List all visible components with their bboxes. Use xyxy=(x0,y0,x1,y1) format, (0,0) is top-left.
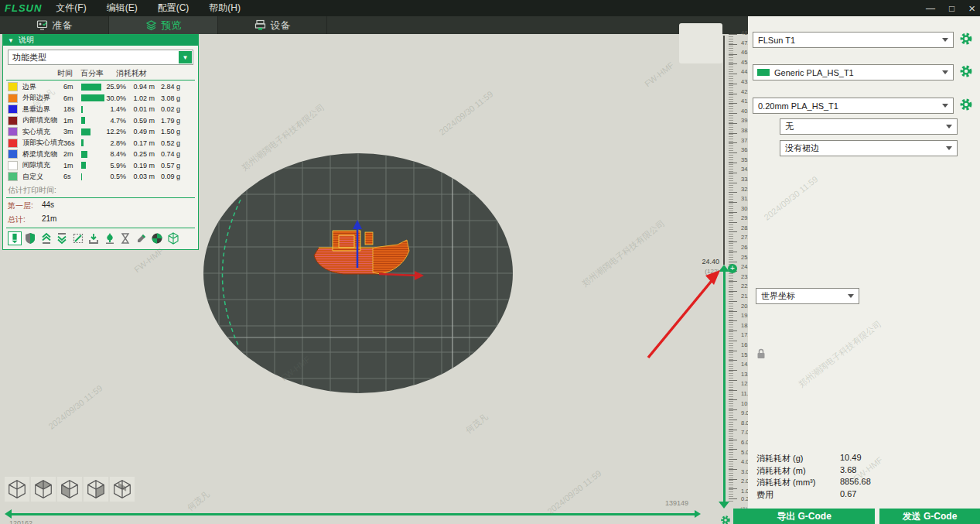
export-gcode-button[interactable]: 导出 G-Code xyxy=(733,509,875,524)
tab-prepare[interactable]: 准备 xyxy=(0,16,109,34)
pencil-icon[interactable] xyxy=(135,232,148,245)
percent-bar xyxy=(81,94,104,101)
layer-slider-track-upper[interactable] xyxy=(723,36,725,265)
current-layer-number: (122) xyxy=(696,268,719,275)
axis-arrows xyxy=(302,215,441,289)
seam-icon[interactable] xyxy=(71,232,84,245)
chevron-down-icon xyxy=(942,38,948,42)
percent-bar xyxy=(81,173,82,180)
move-slider-right-arrow[interactable] xyxy=(695,510,701,518)
deretractions-icon[interactable] xyxy=(56,232,69,245)
printer-settings-gear-icon[interactable] xyxy=(959,32,973,46)
legend-row: 顶部实心填充 36s 2.8% 0.17 m 0.52 g xyxy=(3,138,198,149)
slider-gear-icon[interactable] xyxy=(720,515,731,524)
slice-info-row: 消耗耗材 (m)3.68 xyxy=(756,465,973,478)
cube-structure-icon[interactable] xyxy=(166,232,179,245)
percent-bar xyxy=(81,128,90,135)
total-time-row: 总计:21m xyxy=(3,213,198,227)
percent-bar xyxy=(81,117,85,124)
slice-info-rows: 消耗耗材 (g)10.49 消耗耗材 (m)3.68 消耗耗材 (mm³)885… xyxy=(756,453,973,501)
legend-columns: 时间 百分率 消耗耗材 xyxy=(3,68,198,79)
view-cube-buttons xyxy=(5,477,135,502)
material-color-swatch xyxy=(757,69,770,76)
retractions-icon[interactable] xyxy=(39,232,53,245)
legend-row: 内部填充物 1m 4.7% 0.59 m 1.79 g xyxy=(3,115,198,127)
legend-color-swatch xyxy=(8,149,18,159)
first-layer-row: 第一层:44s xyxy=(3,199,198,213)
printer-select[interactable]: FLSun T1 xyxy=(753,32,954,48)
chevron-down-icon xyxy=(946,146,952,150)
view-top-button[interactable] xyxy=(31,477,56,502)
view-iso-button[interactable] xyxy=(5,477,29,502)
watermark-text: FW-HMF xyxy=(643,60,675,89)
panel-collapse-box xyxy=(679,23,722,63)
move-slider-left-value: 120162 xyxy=(9,519,32,524)
legend-color-swatch xyxy=(8,116,18,125)
tab-preview[interactable]: 预览 xyxy=(109,16,218,34)
minimize-button[interactable]: — xyxy=(926,3,935,14)
percent-bar xyxy=(81,84,101,91)
legend-filter-select[interactable]: 功能类型 ▼ xyxy=(8,50,193,65)
print-settings-select[interactable]: 0.20mm PLA_HS_T1 xyxy=(753,98,954,114)
maximize-button[interactable]: □ xyxy=(949,3,954,14)
send-gcode-button[interactable]: 发送 G-Code xyxy=(879,509,980,524)
legend-color-swatch xyxy=(8,94,18,103)
view-front-button[interactable] xyxy=(57,477,82,502)
add-layer-marker-button[interactable]: + xyxy=(728,264,737,273)
menu-config[interactable]: 配置(C) xyxy=(158,2,190,15)
watermark-text: 2024/09/30 11:59 xyxy=(46,383,104,431)
legend-panel: ▼ 说明 功能类型 ▼ 时间 百分率 消耗耗材 边界 6m 25.9% 0.94… xyxy=(2,34,199,250)
tree-support-icon[interactable] xyxy=(103,232,116,245)
device-icon xyxy=(254,19,266,31)
legend-row: 自定义 6s 0.5% 0.03 m 0.09 g xyxy=(3,171,198,183)
travel-down-icon[interactable] xyxy=(87,232,101,245)
tab-device[interactable]: 设备 xyxy=(218,16,327,34)
layer-range-icon[interactable] xyxy=(8,231,22,245)
settings-panel xyxy=(748,16,980,524)
view-options-toolbar xyxy=(3,229,198,249)
legend-header[interactable]: ▼ 说明 xyxy=(3,35,198,46)
slicer-window: 何茂凡FW-HMF2024/09/30 11:59郑州潮阔电子科技有限公司FW-… xyxy=(0,0,980,524)
layer-slider-track-lower[interactable] xyxy=(723,271,726,503)
view-back-button[interactable] xyxy=(110,477,135,502)
menu-edit[interactable]: 编辑(E) xyxy=(107,2,138,15)
legend-rows: 边界 6m 25.9% 0.94 m 2.84 g 外部边界 6m 30.0% … xyxy=(3,81,198,183)
layer-slider-bottom-arrow[interactable] xyxy=(719,502,729,509)
menu-file[interactable]: 文件(F) xyxy=(56,2,86,15)
legend-color-swatch xyxy=(8,82,18,91)
legend-row: 外部边界 6m 30.0% 1.02 m 3.08 g xyxy=(3,93,198,104)
slice-info-row: 费用0.67 xyxy=(756,489,973,502)
chevron-down-icon xyxy=(942,104,948,108)
coordinate-system-select[interactable]: 世界坐标 xyxy=(756,288,859,304)
material-select[interactable]: Generic PLA_HS_T1 xyxy=(753,64,954,80)
support-select[interactable]: 无 xyxy=(780,118,958,135)
percent-bar xyxy=(81,162,86,169)
dropdown-arrow-icon[interactable]: ▼ xyxy=(179,51,192,63)
slice-info-row: 消耗耗材 (mm³)8856.68 xyxy=(756,477,973,489)
legend-row: 悬垂边界 18s 1.4% 0.01 m 0.02 g xyxy=(3,104,198,115)
watermark-text: 何茂凡 xyxy=(463,411,490,436)
chevron-down-icon xyxy=(848,294,854,298)
legend-color-swatch xyxy=(8,104,18,114)
percent-bar xyxy=(81,139,84,146)
percent-bar xyxy=(81,106,83,113)
material-settings-gear-icon[interactable] xyxy=(959,64,973,78)
hourglass-icon[interactable] xyxy=(119,232,132,245)
app-logo: FLSUN xyxy=(5,2,42,14)
view-side-button[interactable] xyxy=(84,477,108,502)
speed-pie-icon[interactable] xyxy=(151,232,164,245)
estimate-title: 估计打印时间: xyxy=(3,183,198,197)
watermark-text: 2024/09/30 11:59 xyxy=(545,468,603,516)
move-slider-left-arrow[interactable] xyxy=(5,509,12,519)
watermark-text: 郑州潮阔电子科技有限公司 xyxy=(579,217,667,289)
percent-bar xyxy=(81,151,87,158)
scale-lock-icon[interactable] xyxy=(756,348,766,360)
watermark-text: 2024/09/30 11:59 xyxy=(437,89,494,137)
collapse-triangle-icon: ▼ xyxy=(8,37,14,44)
print-settings-gear-icon[interactable] xyxy=(959,98,973,111)
menu-help[interactable]: 帮助(H) xyxy=(209,2,241,15)
skirt-select[interactable]: 没有裙边 xyxy=(780,140,958,156)
shield-icon[interactable] xyxy=(24,232,37,245)
close-button[interactable]: × xyxy=(968,2,975,15)
move-slider-track[interactable] xyxy=(8,513,698,515)
